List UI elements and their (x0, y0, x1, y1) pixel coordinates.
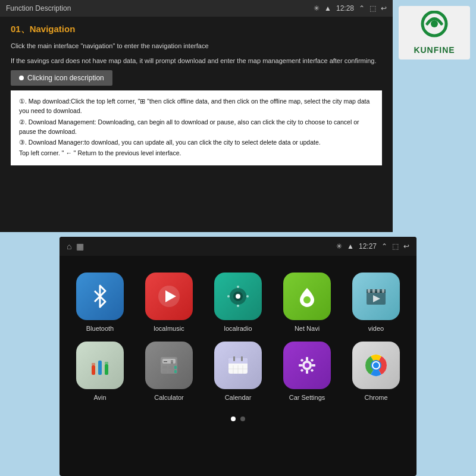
nav-title: 01、Navigation (11, 24, 382, 35)
nav-desc2: If the savings card does not have map da… (11, 56, 382, 66)
instruction-line-2: ②. Download Management: Downloading, can… (19, 117, 374, 137)
app-calendar[interactable]: Calendar (203, 337, 273, 406)
svg-rect-43 (241, 356, 243, 361)
svg-point-10 (246, 295, 249, 298)
bottom-back-icon[interactable]: ↩ (403, 242, 409, 250)
svg-rect-21 (98, 361, 102, 375)
bluetooth-status-icon: ✳ (314, 4, 320, 12)
top-right-icons: ✳ ▲ 12:28 ⌃ ⬚ ↩ (314, 4, 387, 12)
svg-rect-52 (300, 369, 304, 372)
bottom-expand-icon: ⌃ (381, 242, 387, 250)
video-label: video (368, 325, 384, 332)
bottom-bluetooth-icon: ✳ (336, 242, 342, 250)
clicking-icon-box: Clicking icon description (11, 70, 112, 86)
bottom-left-icons: ⌂ ▦ (67, 242, 84, 251)
bottom-right-icons: ✳ ▲ 12:27 ⌃ ⬚ ↩ (336, 242, 409, 250)
nav-desc1: Click the main interface "navigation" to… (11, 41, 382, 51)
app-bluetooth[interactable]: Bluetooth (65, 268, 134, 337)
netnavi-label: Net Navi (295, 325, 320, 332)
app-carsettings[interactable]: Car Settings (273, 337, 342, 406)
svg-rect-14 (368, 289, 370, 293)
svg-rect-50 (300, 359, 304, 362)
app-video[interactable]: video (342, 268, 411, 337)
back-icon: ↩ (381, 4, 387, 12)
svg-rect-51 (311, 359, 314, 362)
bottom-signal-icon: ▲ (347, 242, 354, 250)
svg-rect-19 (92, 365, 95, 375)
svg-rect-53 (311, 369, 314, 372)
svg-point-57 (373, 362, 379, 368)
page-dot-1[interactable] (231, 416, 236, 421)
app-avin[interactable]: Avin (65, 337, 134, 406)
instruction-line-1: ①. Map download:Click the top left corne… (19, 96, 374, 116)
svg-rect-20 (92, 363, 95, 365)
calculator-icon (145, 342, 193, 389)
instructions-box: ①. Map download:Click the top left corne… (11, 90, 382, 165)
svg-rect-34 (171, 362, 173, 364)
calendar-icon (214, 342, 262, 389)
page-dots (60, 412, 416, 424)
localradio-icon (214, 273, 262, 320)
svg-point-9 (227, 295, 230, 298)
svg-rect-15 (372, 289, 375, 293)
localradio-label: localradio (224, 325, 252, 332)
bullet-dot (19, 76, 24, 80)
video-icon (352, 273, 400, 320)
top-title: Function Description (6, 4, 71, 12)
expand-icon: ⌃ (359, 4, 365, 12)
calendar-label: Calendar (225, 394, 252, 401)
svg-rect-42 (233, 356, 235, 361)
bottom-time: 12:27 (359, 242, 377, 250)
svg-rect-32 (164, 361, 167, 362)
instruction-line-3: ③. Download Manager:to download, you can… (19, 137, 374, 147)
top-content: 01、Navigation Click the main interface "… (0, 17, 393, 173)
page-dot-2[interactable] (240, 416, 245, 421)
svg-rect-16 (377, 289, 380, 293)
netnavi-icon (283, 273, 331, 320)
window-icon: ⬚ (369, 4, 376, 12)
svg-rect-17 (382, 289, 384, 293)
svg-rect-37 (228, 362, 248, 364)
svg-rect-33 (171, 361, 173, 362)
home-icon[interactable]: ⌂ (67, 242, 71, 251)
app-chrome[interactable]: Chrome (342, 337, 411, 406)
bottom-statusbar: ⌂ ▦ ✳ ▲ 12:27 ⌃ ⬚ ↩ (60, 237, 416, 256)
logo-graphic (416, 11, 452, 43)
svg-rect-49 (312, 364, 315, 367)
bottom-section: ⌂ ▦ ✳ ▲ 12:27 ⌃ ⬚ ↩ Bluetooth (60, 237, 416, 476)
svg-rect-22 (105, 364, 108, 375)
app-netnavi[interactable]: Net Navi (273, 268, 342, 337)
svg-point-6 (236, 294, 240, 299)
bluetooth-icon (76, 273, 124, 320)
svg-rect-26 (162, 366, 167, 369)
svg-rect-30 (168, 370, 173, 373)
brand-name: KUNFINE (414, 45, 455, 55)
svg-point-8 (237, 305, 239, 307)
calculator-label: Calculator (154, 394, 184, 401)
svg-rect-23 (105, 362, 108, 364)
bluetooth-label: Bluetooth (86, 325, 114, 332)
svg-rect-47 (306, 370, 308, 374)
carsettings-label: Car Settings (289, 394, 325, 401)
app-localmusic[interactable]: localmusic (134, 268, 203, 337)
svg-rect-28 (174, 366, 177, 369)
svg-point-7 (237, 286, 239, 288)
top-time: 12:28 (336, 4, 354, 12)
svg-point-11 (303, 296, 311, 303)
top-section: Function Description ✳ ▲ 12:28 ⌃ ⬚ ↩ 01、… (0, 0, 393, 232)
menu-icon[interactable]: ▦ (76, 242, 84, 251)
svg-point-1 (431, 20, 438, 27)
avin-label: Avin (93, 394, 106, 401)
localmusic-icon (145, 273, 193, 320)
svg-rect-29 (162, 370, 167, 373)
avin-icon (76, 342, 124, 389)
carsettings-icon (283, 342, 331, 389)
svg-rect-46 (306, 357, 308, 361)
top-statusbar: Function Description ✳ ▲ 12:28 ⌃ ⬚ ↩ (0, 0, 393, 17)
wifi-icon: ▲ (324, 4, 331, 12)
app-grid: Bluetooth localmusic (60, 256, 416, 412)
app-localradio[interactable]: localradio (203, 268, 273, 337)
svg-rect-31 (174, 370, 177, 373)
app-calculator[interactable]: Calculator (134, 337, 203, 406)
svg-rect-27 (168, 366, 173, 369)
